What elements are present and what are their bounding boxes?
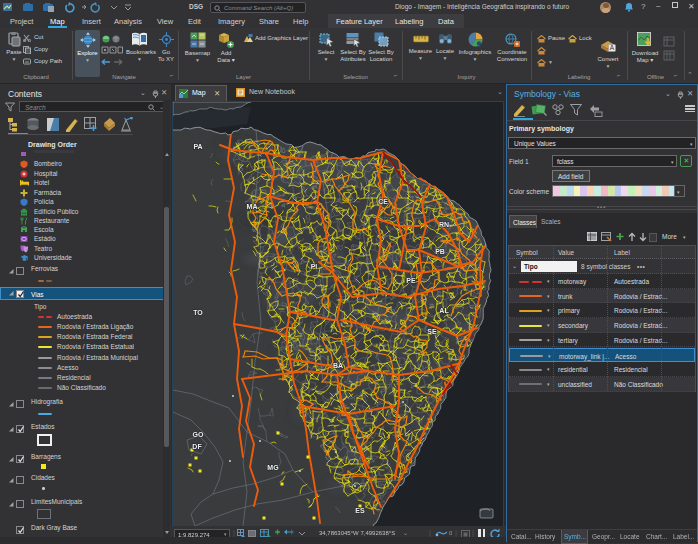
svg-text:DF: DF — [192, 443, 202, 450]
svg-text:PI: PI — [311, 263, 318, 270]
svg-text:BA: BA — [333, 362, 343, 369]
svg-text:ES: ES — [355, 507, 365, 514]
svg-text:GO: GO — [193, 431, 204, 438]
svg-text:A: A — [610, 44, 615, 51]
svg-text:MG: MG — [267, 464, 279, 471]
svg-text:MA: MA — [247, 203, 258, 210]
svg-text:PA: PA — [193, 143, 202, 150]
svg-text:SE: SE — [427, 328, 437, 335]
svg-text:RN: RN — [439, 221, 449, 228]
svg-text:PB: PB — [435, 248, 445, 255]
svg-text:PE: PE — [406, 277, 416, 284]
svg-text:CE: CE — [378, 198, 388, 205]
svg-text:AL: AL — [439, 307, 449, 314]
svg-text:TO: TO — [193, 309, 203, 316]
